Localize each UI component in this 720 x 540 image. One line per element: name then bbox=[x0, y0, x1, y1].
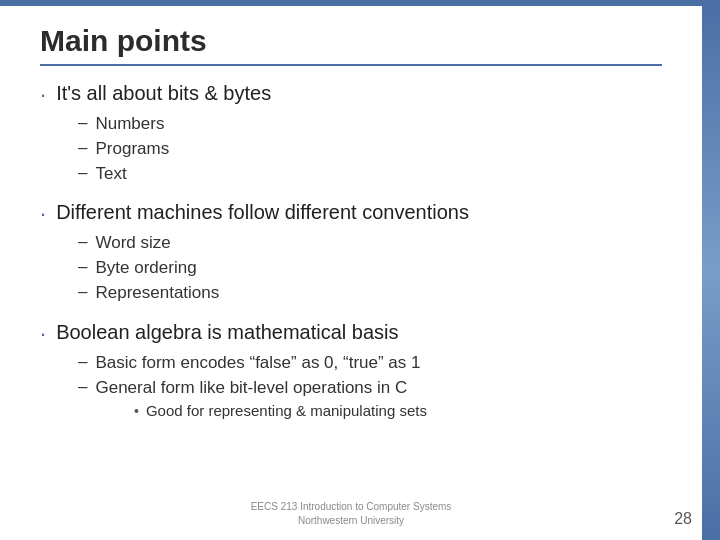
sub-bullet-1-2-text: Programs bbox=[95, 137, 169, 161]
sub-dash-2-3: – bbox=[78, 282, 87, 302]
sub-bullet-2-3-text: Representations bbox=[95, 281, 219, 305]
sub-bullet-2-2-text: Byte ordering bbox=[95, 256, 196, 280]
sub-bullet-1-3: – Text bbox=[78, 162, 662, 186]
main-bullet-1: · It's all about bits & bytes bbox=[40, 80, 662, 108]
sub-bullet-3-2: – General form like bit-level operations… bbox=[78, 376, 662, 400]
sub-bullets-1: – Numbers – Programs – Text bbox=[78, 112, 662, 185]
slide-content: Main points · It's all about bits & byte… bbox=[0, 6, 720, 540]
footer: EECS 213 Introduction to Computer System… bbox=[0, 500, 702, 528]
bullet-section-3: · Boolean algebra is mathematical basis … bbox=[40, 319, 662, 422]
sub-bullets-2: – Word size – Byte ordering – Representa… bbox=[78, 231, 662, 304]
bullet-dot-1: · bbox=[40, 82, 46, 108]
bullet-dot-3: · bbox=[40, 321, 46, 347]
sub-bullet-2-1-text: Word size bbox=[95, 231, 170, 255]
footer-line1: EECS 213 Introduction to Computer System… bbox=[251, 501, 452, 512]
sub-bullet-1-3-text: Text bbox=[95, 162, 126, 186]
footer-text: EECS 213 Introduction to Computer System… bbox=[251, 500, 452, 528]
main-bullet-2-text: Different machines follow different conv… bbox=[56, 199, 469, 225]
main-bullet-3-text: Boolean algebra is mathematical basis bbox=[56, 319, 398, 345]
sub-bullet-2-2: – Byte ordering bbox=[78, 256, 662, 280]
sub-bullet-3-1-text: Basic form encodes “false” as 0, “true” … bbox=[95, 351, 420, 375]
slide-number: 28 bbox=[674, 510, 692, 528]
sub-dash-1-3: – bbox=[78, 163, 87, 183]
footer-line2: Northwestern University bbox=[298, 515, 404, 526]
sub-dash-2-2: – bbox=[78, 257, 87, 277]
main-bullet-2: · Different machines follow different co… bbox=[40, 199, 662, 227]
right-accent-bar bbox=[702, 0, 720, 540]
main-bullet-1-text: It's all about bits & bytes bbox=[56, 80, 271, 106]
sub-dash-3-2: – bbox=[78, 377, 87, 397]
sub-bullet-2-1: – Word size bbox=[78, 231, 662, 255]
sub-bullet-2-3: – Representations bbox=[78, 281, 662, 305]
sub-dash-3-1: – bbox=[78, 352, 87, 372]
sub-sub-bullet-3-1-text: Good for representing & manipulating set… bbox=[146, 400, 427, 421]
sub-bullet-3-2-text: General form like bit-level operations i… bbox=[95, 376, 407, 400]
sub-dash-1-2: – bbox=[78, 138, 87, 158]
sub-sub-dot-3-1: • bbox=[134, 403, 139, 419]
sub-bullet-3-1: – Basic form encodes “false” as 0, “true… bbox=[78, 351, 662, 375]
sub-dash-2-1: – bbox=[78, 232, 87, 252]
bullet-section-2: · Different machines follow different co… bbox=[40, 199, 662, 304]
sub-sub-bullets-3: • Good for representing & manipulating s… bbox=[134, 400, 662, 421]
slide: Main points · It's all about bits & byte… bbox=[0, 0, 720, 540]
sub-bullets-3: – Basic form encodes “false” as 0, “true… bbox=[78, 351, 662, 422]
bullet-dot-2: · bbox=[40, 201, 46, 227]
sub-bullet-1-2: – Programs bbox=[78, 137, 662, 161]
sub-dash-1-1: – bbox=[78, 113, 87, 133]
sub-bullet-1-1: – Numbers bbox=[78, 112, 662, 136]
sub-bullet-1-1-text: Numbers bbox=[95, 112, 164, 136]
sub-sub-bullet-3-1: • Good for representing & manipulating s… bbox=[134, 400, 662, 421]
main-bullet-3: · Boolean algebra is mathematical basis bbox=[40, 319, 662, 347]
slide-title: Main points bbox=[40, 24, 662, 66]
bullet-section-1: · It's all about bits & bytes – Numbers … bbox=[40, 80, 662, 185]
